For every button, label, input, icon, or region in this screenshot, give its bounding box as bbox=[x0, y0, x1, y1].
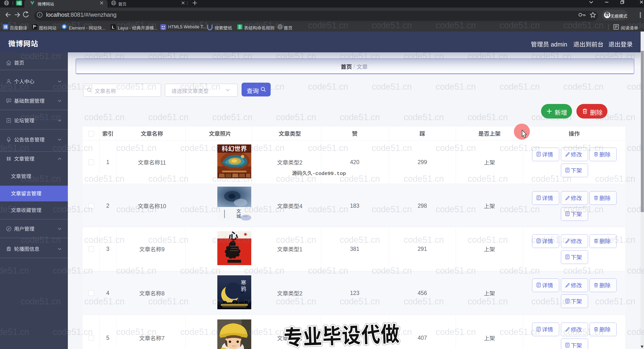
svg-text:城: 城 bbox=[236, 212, 241, 219]
svg-text:科幻世界: 科幻世界 bbox=[222, 144, 247, 153]
svg-text:L: L bbox=[112, 25, 114, 30]
svg-text:译: 译 bbox=[4, 25, 8, 29]
svg-text:鸦: 鸦 bbox=[241, 284, 246, 292]
